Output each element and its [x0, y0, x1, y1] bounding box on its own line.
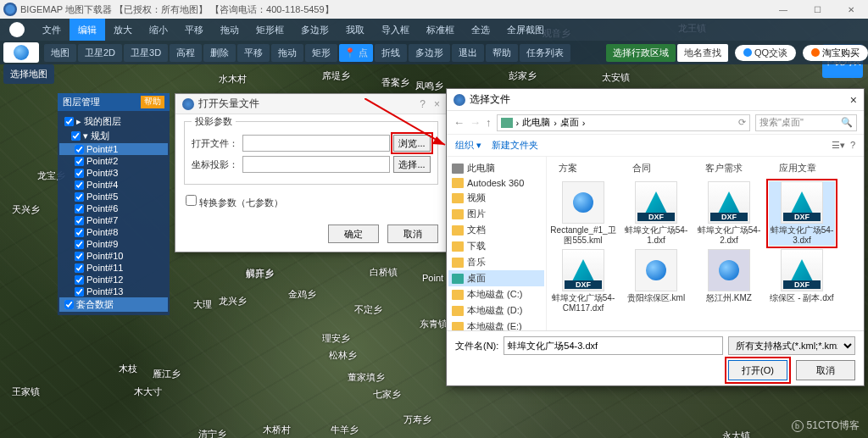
layer-item[interactable]: ▾ 规划	[59, 129, 168, 143]
toolbar-button[interactable]: 任务列表	[520, 44, 570, 62]
layer-item[interactable]: Point#13	[59, 286, 168, 297]
toolbar-button[interactable]: 多边形	[409, 44, 450, 62]
ribbon-tab[interactable]: 拖动	[212, 19, 248, 41]
cancel-button[interactable]: 取消	[796, 360, 855, 380]
tree-item[interactable]: 本地磁盘 (D:)	[448, 302, 544, 319]
taobao-button[interactable]: 淘宝购买	[803, 45, 868, 61]
search-input[interactable]: 搜索"桌面"🔍	[755, 114, 857, 131]
filetype-select[interactable]: 所有支持格式(*.kml;*.kmz;*.sh	[728, 336, 855, 355]
convert-checkbox[interactable]	[186, 195, 197, 206]
ribbon-tab[interactable]: 全选	[463, 19, 498, 41]
select-map-button[interactable]: 选择地图	[3, 64, 54, 84]
ribbon-tab[interactable]: 放大	[105, 19, 141, 41]
organize-button[interactable]: 组织 ▾	[455, 139, 481, 152]
layer-item[interactable]: Point#11	[59, 262, 168, 274]
ok-button[interactable]: 确定	[328, 225, 379, 243]
help-icon[interactable]: ?	[850, 140, 855, 151]
tree-item[interactable]: 本地磁盘 (E:)	[448, 319, 544, 330]
file-thumb-icon	[781, 249, 823, 291]
layer-item[interactable]: Point#2	[59, 155, 168, 167]
tree-item[interactable]: Autodesk 360	[448, 176, 544, 190]
file-item[interactable]: 蚌埠文化广场54-1.dxf	[623, 181, 689, 246]
file-item[interactable]: 蚌埠文化广场54-CM117.dxf	[550, 249, 616, 313]
open-button[interactable]: 打开(O)	[728, 360, 787, 380]
layer-item[interactable]: Point#1	[59, 143, 168, 155]
close-icon[interactable]: ×	[434, 98, 440, 110]
toolbar-button[interactable]: 删除	[203, 44, 236, 62]
toolbar-button[interactable]: 折线	[375, 44, 407, 62]
area-select-button[interactable]: 选择行政区域	[606, 44, 676, 62]
ribbon-tab[interactable]: 我取	[337, 19, 373, 41]
tree-item[interactable]: 图片	[448, 206, 544, 222]
layer-item[interactable]: Point#5	[59, 191, 168, 202]
layer-help-button[interactable]: 帮助	[141, 96, 164, 108]
qq-button[interactable]: QQ交谈	[735, 45, 796, 61]
watermark: b51CTO博客	[792, 419, 860, 433]
select-proj-button[interactable]: 选择...	[393, 156, 431, 173]
layer-item[interactable]: Point#4	[59, 179, 168, 191]
ribbon-tab[interactable]: 编辑	[70, 19, 105, 41]
view-icon[interactable]: ☰▾	[832, 140, 845, 151]
layer-item[interactable]: 套合数据	[59, 297, 168, 312]
close-button[interactable]: ✕	[834, 0, 868, 19]
ribbon-tab[interactable]: 缩小	[141, 19, 176, 41]
forward-button[interactable]: →	[470, 116, 481, 129]
layer-item[interactable]: Point#10	[59, 250, 168, 262]
tree-item[interactable]: 文档	[448, 222, 544, 238]
layer-item[interactable]: ▸ 我的图层	[59, 114, 168, 129]
toolbar-button[interactable]: 地图	[44, 44, 76, 62]
maximize-button[interactable]: ☐	[800, 0, 834, 19]
tree-item[interactable]: 此电脑	[448, 160, 544, 176]
place-search-button[interactable]: 地名查找	[677, 44, 728, 62]
ribbon-tab[interactable]: 全屏截图	[498, 19, 553, 41]
toolbar-button[interactable]: 拖动	[271, 44, 303, 62]
toolbar-button[interactable]: 退出	[452, 44, 484, 62]
ribbon-tab[interactable]: 平移	[176, 19, 212, 41]
tree-item[interactable]: 桌面	[448, 270, 544, 286]
toolbar-button[interactable]: 卫星2D	[78, 44, 122, 62]
file-item[interactable]: 贵阳综保区.kml	[623, 249, 689, 313]
tree-item[interactable]: 视频	[448, 190, 544, 206]
breadcrumb[interactable]: ›此电脑›桌面› ⟳	[497, 114, 751, 131]
layer-item[interactable]: Point#8	[59, 226, 168, 238]
group-label: 投影参数	[192, 115, 236, 128]
file-item[interactable]: 蚌埠文化广场54-2.dxf	[696, 181, 762, 246]
tree-item[interactable]: 下载	[448, 238, 544, 254]
toolbar-button[interactable]: 卫星3D	[124, 44, 168, 62]
cancel-button[interactable]: 取消	[387, 225, 438, 243]
layer-item[interactable]: Point#3	[59, 167, 168, 179]
ribbon-tab[interactable]: 矩形框	[248, 19, 292, 41]
back-button[interactable]: ←	[453, 116, 465, 129]
file-item[interactable]: 蚌埠文化广场54-3.dxf	[769, 181, 835, 246]
layer-item[interactable]: Point#12	[59, 274, 168, 286]
layer-item[interactable]: Point#6	[59, 202, 168, 214]
help-icon[interactable]: ?	[420, 98, 426, 110]
ribbon-tab[interactable]: 多边形	[292, 19, 337, 41]
layer-item[interactable]: Point#7	[59, 214, 168, 226]
toolbar-button[interactable]: 帮助	[486, 44, 518, 62]
toolbar-button[interactable]: 平移	[237, 44, 270, 62]
tree-item[interactable]: 本地磁盘 (C:)	[448, 286, 544, 302]
minimize-button[interactable]: —	[766, 0, 800, 19]
browse-button[interactable]: 浏览...	[393, 135, 431, 152]
ribbon-tab[interactable]: 导入框	[373, 19, 418, 41]
toolbar-button[interactable]: 📍 点	[339, 44, 373, 62]
file-item[interactable]: 综保区 - 副本.dxf	[769, 249, 835, 313]
close-icon[interactable]: ×	[850, 93, 857, 107]
file-tree[interactable]: 此电脑Autodesk 360视频图片文档下载音乐桌面本地磁盘 (C:)本地磁盘…	[447, 157, 547, 330]
projection-input[interactable]	[242, 156, 390, 173]
toolbar-button[interactable]: 高程	[170, 44, 202, 62]
ribbon-tab[interactable]: 文件	[34, 19, 70, 41]
filename-input[interactable]	[504, 336, 723, 355]
file-item[interactable]: Rectangle_#1_卫图555.kml	[550, 181, 616, 246]
file-item[interactable]: 怒江州.KMZ	[696, 249, 762, 313]
tree-item[interactable]: 音乐	[448, 254, 544, 270]
file-list[interactable]: 方案合同客户需求应用文章 Rectangle_#1_卫图555.kml蚌埠文化广…	[547, 157, 864, 330]
up-button[interactable]: ↑	[486, 116, 492, 129]
earth-icon[interactable]	[3, 42, 39, 63]
ribbon-tab[interactable]: 标准框	[418, 19, 463, 41]
toolbar-button[interactable]: 矩形	[305, 44, 337, 62]
layer-item[interactable]: Point#9	[59, 238, 168, 250]
new-folder-button[interactable]: 新建文件夹	[492, 139, 538, 152]
open-file-input[interactable]	[242, 135, 390, 152]
